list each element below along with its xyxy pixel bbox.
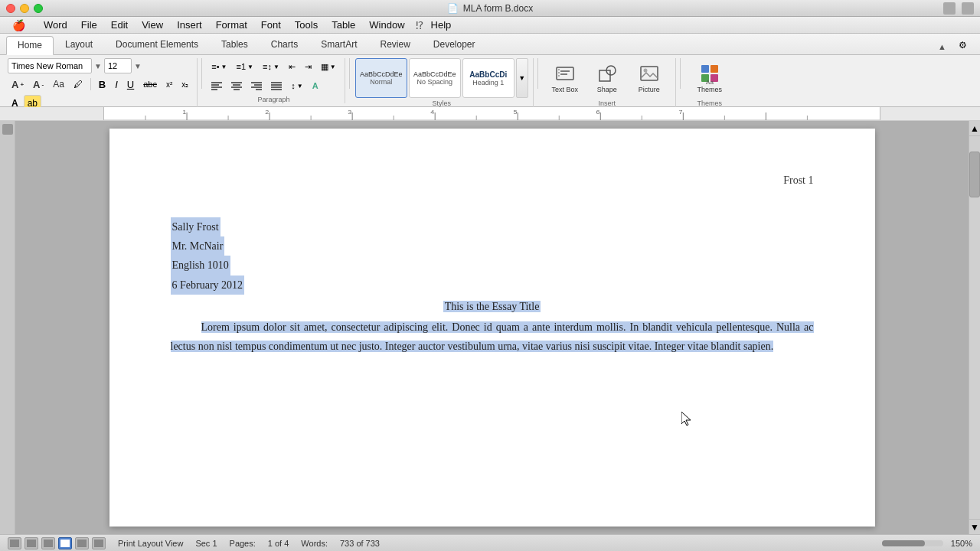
- styles-group-label: Styles: [432, 99, 451, 107]
- view-draft-button[interactable]: [8, 537, 21, 549]
- indent-out-button[interactable]: ⇤: [285, 58, 299, 75]
- scrollbar-down-arrow[interactable]: ▼: [969, 519, 980, 534]
- menu-edit[interactable]: Edit: [105, 18, 134, 32]
- multilevel-button[interactable]: ≡↕▼: [259, 58, 283, 75]
- align-left-button[interactable]: [207, 77, 226, 94]
- minimize-button[interactable]: [20, 4, 29, 13]
- clear-format-button[interactable]: 🖊: [70, 76, 87, 93]
- indent-in-button[interactable]: ⇥: [301, 58, 315, 75]
- font-grow-button[interactable]: A+: [8, 76, 28, 93]
- line-spacing-button[interactable]: ↕▼: [287, 77, 306, 94]
- font-shrink-button[interactable]: A-: [29, 76, 47, 93]
- ribbon-collapse-button[interactable]: ▲: [933, 39, 951, 54]
- scrollbar-up-arrow[interactable]: ▲: [969, 121, 980, 136]
- words-label: Words:: [301, 539, 328, 548]
- scrollbar-thumb[interactable]: [969, 152, 980, 197]
- strikethrough-button[interactable]: abc: [139, 76, 161, 93]
- menu-table[interactable]: Table: [325, 18, 361, 32]
- style-heading1[interactable]: AaBbCcDi Heading 1: [462, 58, 514, 98]
- superscript-button[interactable]: x²: [162, 76, 176, 93]
- tab-layout[interactable]: Layout: [54, 35, 104, 54]
- menu-tools[interactable]: Tools: [289, 18, 324, 32]
- menu-format[interactable]: Format: [210, 18, 253, 32]
- subscript-button[interactable]: x₂: [178, 76, 192, 93]
- numbering-button[interactable]: ≡1▼: [233, 58, 257, 75]
- right-scrollbar[interactable]: ▲ ▼: [969, 121, 980, 534]
- instructor-line: Mr. McNair: [171, 236, 814, 256]
- pages-value: 1 of 4: [268, 539, 289, 548]
- tab-tables[interactable]: Tables: [210, 35, 260, 54]
- italic-button[interactable]: I: [111, 76, 122, 93]
- change-case-button[interactable]: Aa: [49, 76, 68, 93]
- body-paragraph: Lorem ipsum dolor sit amet, consectetur …: [171, 321, 814, 352]
- style-normal[interactable]: AaBbCcDdEe Normal: [355, 58, 407, 98]
- view-web-button[interactable]: [75, 537, 89, 549]
- shading-button[interactable]: A: [309, 77, 322, 94]
- tab-charts[interactable]: Charts: [260, 35, 309, 54]
- textbox-insert-button[interactable]: Text Box: [545, 58, 585, 98]
- menu-font[interactable]: Font: [255, 18, 287, 32]
- bullets-button[interactable]: ≡•▼: [207, 58, 230, 75]
- menu-insert[interactable]: Insert: [171, 18, 208, 32]
- maximize-button[interactable]: [34, 4, 43, 13]
- font-size-input[interactable]: [104, 58, 132, 73]
- shape-label: Shape: [597, 86, 617, 93]
- font-name-dropdown-arrow[interactable]: ▼: [94, 62, 102, 70]
- menu-view[interactable]: View: [136, 18, 169, 32]
- svg-text:2: 2: [265, 108, 269, 115]
- bold-button[interactable]: B: [95, 76, 109, 93]
- resize-icon[interactable]: [962, 2, 974, 15]
- picture-insert-button[interactable]: Picture: [629, 58, 669, 98]
- view-print-button[interactable]: [58, 537, 72, 549]
- menu-help[interactable]: Help: [425, 18, 458, 32]
- menu-word[interactable]: Word: [38, 18, 74, 32]
- body-text-block[interactable]: Lorem ipsum dolor sit amet, consectetur …: [171, 318, 814, 356]
- sidebar-tool-1[interactable]: [2, 124, 13, 135]
- align-center-button[interactable]: [227, 77, 246, 94]
- shape-insert-button[interactable]: Shape: [587, 58, 627, 98]
- paragraph-group: ≡•▼ ≡1▼ ≡↕▼ ⇤ ⇥ ▦▼ ↕▼: [206, 58, 345, 103]
- date-line: 6 February 2012: [171, 276, 814, 295]
- help-icon[interactable]: ⁉: [416, 19, 423, 31]
- tab-review[interactable]: Review: [368, 35, 421, 54]
- mla-info-block: Sally Frost Mr. McNair English 1010 6 Fe…: [171, 217, 814, 295]
- font-size-dropdown-arrow[interactable]: ▼: [134, 62, 142, 70]
- zoom-percent: 150%: [951, 539, 972, 548]
- svg-rect-22: [641, 67, 658, 80]
- tab-home[interactable]: Home: [6, 36, 54, 55]
- ribbon-settings-icon[interactable]: ⚙: [951, 36, 974, 54]
- justify-button[interactable]: [267, 77, 286, 94]
- underline-button[interactable]: U: [123, 76, 138, 93]
- tab-smartart[interactable]: SmartArt: [309, 35, 368, 54]
- themes-button[interactable]: Aa Themes: [690, 58, 730, 98]
- style-no-spacing[interactable]: AaBbCcDdEe No Spacing: [409, 58, 461, 98]
- tab-developer[interactable]: Developer: [422, 35, 487, 54]
- style-normal-label: Normal: [370, 78, 392, 86]
- view-outline-button[interactable]: [24, 537, 38, 549]
- style-heading1-preview: AaBbCcDi: [469, 70, 507, 79]
- zoom-bar[interactable]: [882, 540, 943, 546]
- scroll-area[interactable]: Frost 1 Sally Frost Mr. McNair English 1…: [15, 121, 969, 534]
- fullscreen-icon[interactable]: [943, 2, 956, 15]
- svg-rect-24: [701, 65, 709, 73]
- view-publish-button[interactable]: [41, 537, 55, 549]
- styles-group: AaBbCcDdEe Normal AaBbCcDdEe No Spacing …: [354, 58, 534, 107]
- ruler-inner[interactable]: 1 2 3 4 5 6 7: [103, 107, 880, 120]
- svg-text:1: 1: [182, 108, 186, 115]
- view-focus-button[interactable]: [92, 537, 106, 549]
- divider-3: [537, 58, 538, 89]
- tab-document-elements[interactable]: Document Elements: [104, 35, 210, 54]
- borders-button[interactable]: ▦▼: [317, 58, 340, 75]
- menu-file[interactable]: File: [75, 18, 103, 32]
- paragraph-group-label: Paragraph: [258, 96, 290, 103]
- svg-text:4: 4: [430, 108, 434, 115]
- picture-label: Picture: [639, 86, 660, 93]
- apple-menu[interactable]: 🍎: [6, 18, 31, 33]
- menu-window[interactable]: Window: [363, 18, 410, 32]
- scrollbar-track[interactable]: [969, 197, 980, 519]
- close-button[interactable]: [6, 4, 15, 13]
- align-right-button[interactable]: [247, 77, 266, 94]
- styles-gallery-arrow[interactable]: ▼: [516, 58, 528, 98]
- font-name-input[interactable]: [8, 58, 92, 73]
- shape-icon: [596, 63, 618, 84]
